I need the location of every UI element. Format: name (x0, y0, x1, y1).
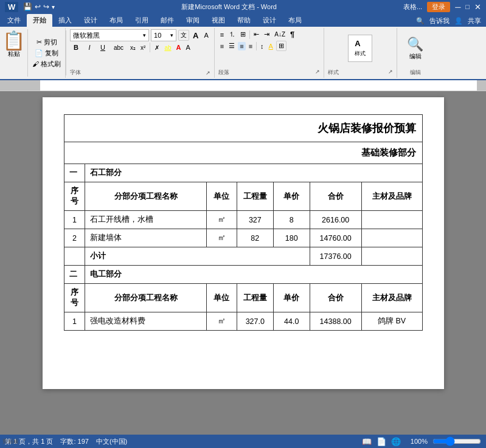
row2-qty: 82 (237, 229, 273, 247)
paste-label: 粘贴 (8, 50, 20, 58)
quick-access-save[interactable]: 💾 (23, 2, 32, 11)
tab-layout[interactable]: 布局 (103, 14, 129, 27)
subtotal1-label: 小计 (85, 247, 310, 266)
char-spacing-button[interactable]: A (184, 43, 192, 52)
cat2-name: 电工部分 (85, 266, 422, 284)
table-row: 1 石工开线槽，水槽 ㎡ 327 8 2616.00 (64, 211, 422, 229)
italic-button[interactable]: I (83, 43, 95, 52)
doc-title: 新建Microsoft Word 文档 - Word (55, 2, 403, 12)
minimize-button[interactable]: ─ (455, 2, 460, 12)
tab-view[interactable]: 视图 (206, 14, 231, 27)
ruler: // will render ticks via JS below (0, 80, 486, 91)
tab-mailings[interactable]: 邮件 (154, 14, 180, 27)
cat1-name: 石工部分 (85, 164, 422, 182)
clear-format-button[interactable]: ✗ (153, 44, 161, 52)
word-count: 字数: 197 (60, 437, 88, 446)
read-view-btn[interactable]: 📖 (362, 437, 372, 446)
borders-button[interactable]: ⊞ (276, 41, 286, 51)
increase-indent-button[interactable]: ⇥ (262, 30, 271, 39)
cut-button[interactable]: ✂ 剪切 (30, 37, 63, 47)
tab-design2[interactable]: 设计 (257, 14, 282, 27)
underline-button[interactable]: U (97, 43, 109, 52)
col2-h-unit: 单位 (206, 284, 237, 312)
para-expand-btn[interactable]: ↗ (315, 69, 320, 77)
tab-layout2[interactable]: 布局 (282, 14, 308, 27)
tab-help[interactable]: 帮助 (231, 14, 257, 27)
sort-button[interactable]: A↓Z (273, 30, 287, 38)
row1-name: 石工开线槽，水槽 (85, 211, 206, 229)
tab-insert[interactable]: 插入 (52, 14, 78, 27)
align-right-button[interactable]: ≡ (238, 42, 245, 50)
style-selector[interactable]: A样式 (348, 35, 372, 62)
table-row-section1: 基础装修部分 (64, 142, 422, 164)
tab-file[interactable]: 文件 (1, 14, 27, 27)
close-button[interactable]: ✕ (474, 2, 481, 12)
web-view-btn[interactable]: 🌐 (391, 437, 401, 446)
quick-access-redo[interactable]: ↪ (43, 2, 49, 11)
bold-button[interactable]: B (70, 43, 82, 52)
restore-button[interactable]: □ (465, 3, 470, 10)
quick-access-undo[interactable]: ↩ (35, 2, 41, 11)
share-icon: 👤 (454, 17, 463, 25)
col-h-total: 合价 (310, 182, 361, 211)
ribbon-tabs-row: 文件 开始 插入 设计 布局 引用 邮件 审阅 视图 帮助 设计 布局 🔍 告诉… (0, 13, 486, 27)
zoom-slider[interactable] (432, 438, 481, 445)
page-view-btn[interactable]: 📄 (377, 437, 386, 446)
document-area: 火锅店装修报价预算 基础装修部分 一 石工部分 序号 分部分项工程名称 单位 工… (0, 91, 486, 435)
paste-icon[interactable]: 📋 (2, 32, 25, 50)
subtotal1-empty (64, 247, 85, 266)
word-app-icon: W (5, 2, 18, 12)
decrease-indent-button[interactable]: ⇤ (252, 30, 261, 39)
line-spacing-button[interactable]: ↕ (259, 42, 266, 50)
subtotal1-brand (361, 247, 422, 266)
font-decrease-btn[interactable]: A (202, 31, 210, 40)
find-replace-btn[interactable]: 🔍 编辑 (404, 34, 426, 63)
tab-home[interactable]: 开始 (27, 14, 52, 27)
table-row-cat1: 一 石工部分 (64, 164, 422, 182)
row1-price: 8 (273, 211, 310, 229)
format-painter-button[interactable]: 🖌 格式刷 (30, 59, 63, 69)
share-label[interactable]: 共享 (468, 16, 481, 26)
font-group: 微软雅黑▾ 10▾ 文 A A B I U abc x₂ x² ✗ ab A A… (66, 28, 215, 78)
show-marks-button[interactable]: ¶ (288, 29, 296, 40)
multilevel-list-button[interactable]: ⊞ (238, 30, 248, 39)
font-color-button[interactable]: A (175, 43, 183, 52)
bullets-button[interactable]: ≡ (218, 30, 226, 39)
col-h-qty: 工程量 (237, 182, 273, 211)
copy-button[interactable]: 📄 复制 (30, 48, 63, 58)
subscript-button[interactable]: x₂ (128, 44, 137, 52)
numbering-button[interactable]: ⒈ (227, 29, 237, 40)
col2-h-name: 分部分项工程名称 (85, 284, 206, 312)
text-highlight-button[interactable]: ab (162, 44, 173, 52)
tab-review[interactable]: 审阅 (180, 14, 206, 27)
col2-h-seq: 序号 (64, 284, 85, 312)
table-row: 2 新建墙体 ㎡ 82 180 14760.00 (64, 229, 422, 247)
align-left-button[interactable]: ≡ (218, 42, 226, 50)
styles-group-label: 样式 (328, 69, 339, 77)
table-row-header1: 序号 分部分项工程名称 单位 工程量 单价 合价 主材及品牌 (64, 182, 422, 211)
erow1-price: 44.0 (273, 312, 310, 331)
tab-references[interactable]: 引用 (129, 14, 154, 27)
justify-button[interactable]: ≡ (247, 42, 254, 50)
superscript-button[interactable]: x² (139, 44, 147, 52)
paragraph-group-label: 段落 (218, 69, 229, 77)
font-size-selector[interactable]: 10▾ (151, 29, 176, 41)
strikethrough-button[interactable]: abc (110, 44, 127, 52)
wen-btn[interactable]: 文 (178, 30, 189, 41)
erow1-qty: 327.0 (237, 312, 273, 331)
login-button[interactable]: 登录 (427, 2, 450, 12)
col-h-seq: 序号 (64, 182, 85, 211)
font-name-selector[interactable]: 微软雅黑▾ (70, 29, 149, 41)
col2-h-price: 单价 (273, 284, 310, 312)
font-increase-btn[interactable]: A (191, 30, 200, 41)
title-bar-right: 表格... 登录 ─ □ ✕ (403, 2, 481, 12)
shading-button[interactable]: A (267, 42, 275, 50)
font-expand-btn[interactable]: ↗ (206, 70, 210, 76)
styles-expand-btn[interactable]: ↗ (388, 69, 393, 77)
doc-title-cell: 火锅店装修报价预算 (64, 115, 422, 142)
row2-total: 14760.00 (310, 229, 361, 247)
row2-seq: 2 (64, 229, 85, 247)
align-center-button[interactable]: ☰ (227, 41, 237, 50)
tell-me-label[interactable]: 告诉我 (429, 16, 450, 26)
tab-design[interactable]: 设计 (78, 14, 103, 27)
